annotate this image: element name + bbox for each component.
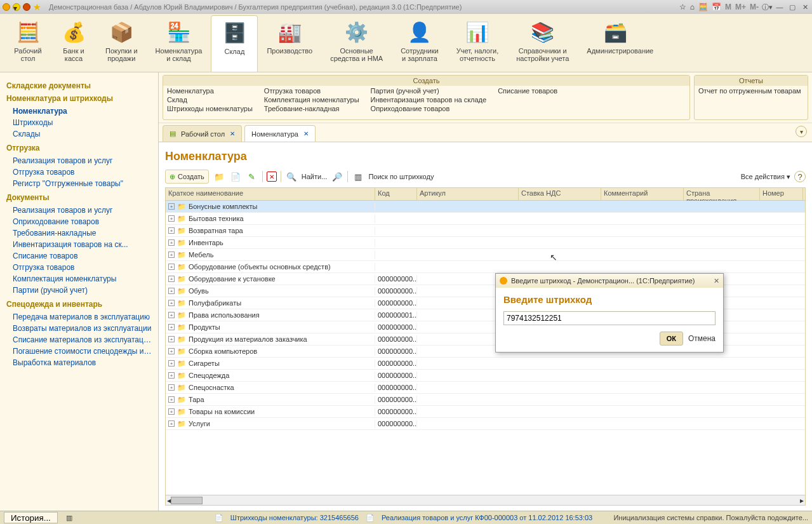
expand-icon[interactable]: + [168, 372, 175, 379]
ribbon-item[interactable]: 🗄️Склад [211, 15, 258, 72]
status-link-realization[interactable]: Реализация товаров и услуг КФ00-000003 о… [382, 514, 592, 521]
expand-icon[interactable]: + [168, 300, 175, 306]
sidebar-item[interactable]: Оприходование товаров [6, 216, 152, 227]
find-icon[interactable]: 🔍 [285, 170, 298, 183]
tab-desktop[interactable]: ▤ Рабочий стол ✕ [163, 125, 242, 142]
table-row[interactable]: +📁Возвратная тара [166, 225, 805, 237]
table-row[interactable]: +📁Бонусные комплекты [166, 201, 805, 213]
cancel-button[interactable]: Отмена [688, 334, 715, 343]
clear-find-icon[interactable]: 🔎 [331, 170, 343, 183]
expand-icon[interactable]: + [168, 264, 175, 270]
sidebar-item[interactable]: Инвентаризация товаров на ск... [6, 239, 152, 250]
ribbon-item[interactable]: 🏪Номенклатураи склад [147, 15, 211, 72]
dropdown-icon[interactable]: ▾ [13, 3, 20, 11]
create-link[interactable]: Списание товаров [498, 87, 557, 95]
expand-icon[interactable]: + [168, 420, 175, 427]
column-header[interactable]: Ставка НДС [519, 188, 601, 200]
expand-icon[interactable]: + [168, 336, 175, 342]
create-link[interactable]: Оприходование товаров [371, 105, 487, 112]
ribbon-item[interactable]: 💰Банк икасса [51, 15, 97, 72]
scroll-right-icon[interactable]: ▸ [800, 496, 804, 505]
sidebar-item[interactable]: Реализация товаров и услуг [6, 205, 152, 216]
sidebar-item[interactable]: Передача материалов в эксплуатацию [6, 311, 152, 323]
ribbon-item[interactable]: 🏭Производство [258, 15, 321, 72]
barcode-icon[interactable]: ▥ [352, 170, 364, 183]
create-link[interactable]: Склад [167, 96, 253, 104]
table-row[interactable]: +📁Мебель [166, 249, 805, 261]
maximize-button[interactable]: ▢ [788, 3, 797, 11]
help-icon[interactable]: ? [794, 171, 806, 182]
sidebar-item[interactable]: Реализация товаров и услуг [6, 155, 152, 166]
status-link-barcodes[interactable]: Штрихкоды номенклатуры: 3215465656 [230, 514, 359, 521]
table-row[interactable]: +📁Спецоснастка 000000000... [166, 382, 805, 394]
table-row[interactable]: +📁Тара 000000000... [166, 394, 805, 406]
expand-icon[interactable]: + [168, 384, 175, 391]
dialog-titlebar[interactable]: Введите штрихкод - Демонстрацион... (1С:… [496, 274, 723, 288]
edit-icon[interactable]: ✎ [246, 170, 258, 183]
ribbon-item[interactable]: 🧮Рабочийстол [5, 15, 51, 72]
sidebar-item[interactable]: Списание товаров [6, 250, 152, 262]
column-header[interactable]: Краткое наименование [166, 188, 375, 200]
delete-icon[interactable]: ✕ [267, 171, 277, 182]
sidebar-item[interactable]: Партии (ручной учет) [6, 285, 152, 296]
tab-close[interactable]: ✕ [303, 130, 309, 137]
table-row[interactable]: +📁Инвентарь [166, 237, 805, 249]
mem-m-plus[interactable]: M+ [735, 3, 746, 11]
expand-icon[interactable]: + [168, 203, 175, 210]
create-link[interactable]: Комплектация номенклатуры [264, 96, 359, 104]
barcode-input[interactable] [503, 311, 715, 325]
sidebar-item[interactable]: Комплектация номенклатуры [6, 273, 152, 285]
minimize-button[interactable]: — [775, 3, 784, 11]
column-header[interactable]: Код [375, 188, 417, 200]
sidebar-item[interactable]: Выработка материалов [6, 357, 152, 368]
sidebar-item[interactable]: Погашение стоимости спецодежды и с... [6, 346, 152, 357]
tab-nomenclature[interactable]: Номенклатура ✕ [244, 125, 316, 142]
table-row[interactable]: +📁Оборудование (объекты основных средств… [166, 261, 805, 273]
expand-icon[interactable]: + [168, 252, 175, 258]
dialog-close-button[interactable]: ✕ [714, 277, 719, 285]
ribbon-item[interactable]: 📚Справочники инастройки учета [507, 15, 578, 72]
table-row[interactable]: +📁Спецодежда 000000000... [166, 370, 805, 382]
sidebar-item[interactable]: Номенклатура [6, 105, 152, 117]
copy-icon[interactable]: 📄 [229, 170, 242, 183]
expand-icon[interactable]: + [168, 312, 175, 318]
tool-icon[interactable]: ☆ [679, 3, 686, 11]
sidebar-item[interactable]: Регистр "Отгруженные товары" [6, 178, 152, 189]
sidebar-item[interactable]: Отгрузка товаров [6, 262, 152, 273]
expand-icon[interactable]: + [168, 408, 175, 415]
calc-icon[interactable]: 🧮 [698, 3, 708, 11]
create-link[interactable]: Требование-накладная [264, 105, 359, 112]
history-button[interactable]: История... [4, 512, 58, 523]
expand-icon[interactable]: + [168, 227, 175, 234]
ok-button[interactable]: ОК [660, 332, 683, 346]
table-row[interactable]: +📁Товары на комиссии 000000000... [166, 406, 805, 418]
column-header[interactable]: Страна происхождения [684, 188, 760, 200]
ribbon-item[interactable]: 🗃️Администрирование [578, 15, 653, 72]
ribbon-item[interactable]: 📊Учет, налоги,отчетность [448, 15, 507, 72]
barcode-label[interactable]: Поиск по штрихкоду [368, 173, 434, 180]
sidebar-item[interactable]: Списание материалов из эксплуатации [6, 334, 152, 346]
sidebar-item[interactable]: Требования-накладные [6, 227, 152, 239]
sidebar-item[interactable]: Штрихкоды [6, 117, 152, 128]
expand-icon[interactable]: + [168, 288, 175, 294]
windows-icon[interactable]: ▥ [64, 513, 74, 523]
horizontal-scrollbar[interactable]: ◂ ▸ [166, 495, 805, 505]
sidebar-item[interactable]: Возвраты материалов из эксплуатации [6, 323, 152, 334]
expand-icon[interactable]: + [168, 215, 175, 222]
expand-icon[interactable]: + [168, 324, 175, 330]
star-icon[interactable]: ★ [33, 2, 41, 12]
tool-icon[interactable]: ⌂ [690, 3, 695, 11]
create-link[interactable]: Штрихкоды номенклатуры [167, 105, 253, 112]
circle-icon[interactable] [23, 3, 30, 11]
expand-icon[interactable]: + [168, 239, 175, 246]
expand-icon[interactable]: + [168, 396, 175, 403]
sidebar-item[interactable]: Отгрузка товаров [6, 166, 152, 178]
calendar-icon[interactable]: 📅 [712, 3, 721, 11]
report-link[interactable]: Отчет по отгруженным товарам [698, 87, 801, 95]
tab-close[interactable]: ✕ [230, 130, 235, 137]
collapse-button[interactable]: ▾ [795, 126, 807, 137]
create-link[interactable]: Инвентаризация товаров на складе [371, 96, 487, 104]
table-row[interactable]: +📁Бытовая техника [166, 213, 805, 225]
create-link[interactable]: Номенклатура [167, 87, 253, 95]
table-row[interactable]: +📁Услуги 000000000... [166, 418, 805, 430]
